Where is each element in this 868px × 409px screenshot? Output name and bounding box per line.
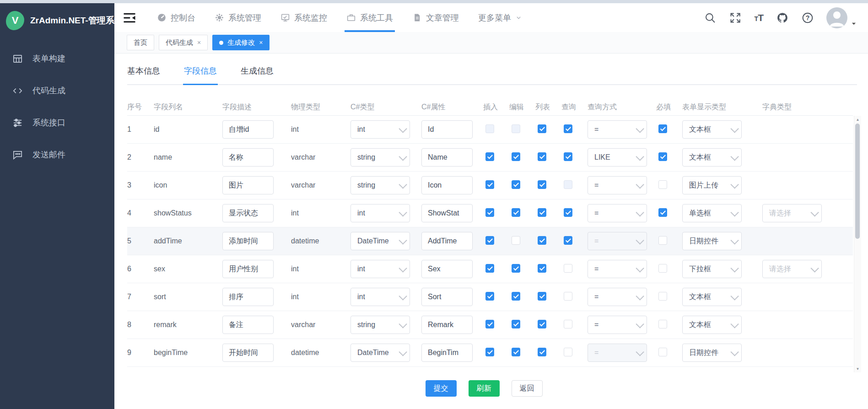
csharp-type-select[interactable]: string xyxy=(350,176,410,194)
required-checkbox[interactable] xyxy=(658,208,667,217)
collapse-menu-icon[interactable] xyxy=(123,11,136,25)
field-description-input[interactable]: 图片 xyxy=(222,176,274,194)
csharp-type-select[interactable]: string xyxy=(350,316,410,334)
csharp-type-select[interactable]: DateTime xyxy=(350,344,410,362)
search-icon[interactable] xyxy=(704,12,716,24)
csharp-type-select[interactable]: int xyxy=(350,204,410,222)
csharp-property-input[interactable]: Id xyxy=(421,120,473,139)
query-type-select[interactable]: = xyxy=(588,176,647,194)
app-logo[interactable]: V ZrAdmin.NET-管理系统 xyxy=(0,3,114,38)
display-type-select[interactable]: 文本框 xyxy=(682,120,742,139)
csharp-type-select[interactable]: string xyxy=(350,148,410,167)
field-description-input[interactable]: 名称 xyxy=(222,148,274,167)
csharp-property-input[interactable]: BeginTim xyxy=(421,344,473,362)
close-tag-icon[interactable]: × xyxy=(197,39,201,46)
edit-checkbox[interactable] xyxy=(512,264,520,273)
list-checkbox[interactable] xyxy=(538,264,546,273)
query-checkbox[interactable] xyxy=(564,292,572,301)
scrollbar-thumb[interactable] xyxy=(855,124,860,239)
display-type-select[interactable]: 文本框 xyxy=(682,148,742,167)
required-checkbox[interactable] xyxy=(658,180,667,189)
list-checkbox[interactable] xyxy=(538,320,546,328)
insert-checkbox[interactable] xyxy=(485,236,494,245)
query-type-select[interactable]: LIKE xyxy=(588,148,647,167)
sidebar-item-发送邮件[interactable]: 发送邮件 xyxy=(0,139,114,171)
nav-item-系统监控[interactable]: 系统监控 xyxy=(280,3,327,32)
required-checkbox[interactable] xyxy=(658,264,667,273)
required-checkbox[interactable] xyxy=(658,320,667,328)
field-description-input[interactable]: 开始时间 xyxy=(222,344,274,362)
avatar[interactable] xyxy=(826,7,847,28)
list-checkbox[interactable] xyxy=(538,348,546,356)
tag-chip-生成修改[interactable]: 生成修改× xyxy=(212,35,270,50)
edit-checkbox[interactable] xyxy=(512,180,520,189)
insert-checkbox[interactable] xyxy=(485,292,494,301)
query-type-select[interactable]: = xyxy=(588,204,647,222)
edit-checkbox[interactable] xyxy=(512,292,520,301)
required-checkbox[interactable] xyxy=(658,236,667,245)
scroll-down-icon[interactable]: ▼ xyxy=(854,365,861,372)
required-checkbox[interactable] xyxy=(658,152,667,161)
query-checkbox[interactable] xyxy=(564,208,572,217)
nav-item-系统工具[interactable]: 系统工具 xyxy=(346,3,393,32)
github-icon[interactable] xyxy=(776,12,788,24)
insert-checkbox[interactable] xyxy=(485,264,494,273)
query-checkbox[interactable] xyxy=(564,320,572,328)
dict-type-select[interactable]: 请选择 xyxy=(762,260,822,278)
font-size-icon[interactable]: TT xyxy=(755,13,763,22)
csharp-property-input[interactable]: Sex xyxy=(421,260,473,278)
返回-button[interactable]: 返回 xyxy=(512,380,543,397)
csharp-type-select[interactable]: int xyxy=(350,288,410,306)
nav-item-控制台[interactable]: 控制台 xyxy=(157,3,195,32)
list-checkbox[interactable] xyxy=(538,124,546,133)
query-type-select[interactable]: = xyxy=(588,316,647,334)
sidebar-item-表单构建[interactable]: 表单构建 xyxy=(0,43,114,75)
insert-checkbox[interactable] xyxy=(485,152,494,161)
csharp-type-select[interactable]: int xyxy=(350,120,410,139)
list-checkbox[interactable] xyxy=(538,292,546,301)
required-checkbox[interactable] xyxy=(658,348,667,356)
field-description-input[interactable]: 用户性别 xyxy=(222,260,274,278)
scroll-up-icon[interactable]: ▲ xyxy=(854,116,861,123)
list-checkbox[interactable] xyxy=(538,208,546,217)
user-caret-down-icon[interactable] xyxy=(851,21,857,27)
edit-checkbox[interactable] xyxy=(512,320,520,328)
edit-checkbox[interactable] xyxy=(512,208,520,217)
query-checkbox[interactable] xyxy=(564,124,572,133)
csharp-type-select[interactable]: int xyxy=(350,260,410,278)
display-type-select[interactable]: 日期控件 xyxy=(682,344,742,362)
display-type-select[interactable]: 单选框 xyxy=(682,204,742,222)
display-type-select[interactable]: 下拉框 xyxy=(682,260,742,278)
list-checkbox[interactable] xyxy=(538,180,546,189)
tag-chip-代码生成[interactable]: 代码生成× xyxy=(159,35,208,50)
insert-checkbox[interactable] xyxy=(485,320,494,328)
dict-type-select[interactable]: 请选择 xyxy=(762,204,822,222)
display-type-select[interactable]: 文本框 xyxy=(682,288,742,306)
query-checkbox[interactable] xyxy=(564,348,572,356)
nav-item-文章管理[interactable]: 文章管理 xyxy=(412,3,459,32)
提交-button[interactable]: 提交 xyxy=(426,380,457,397)
list-checkbox[interactable] xyxy=(538,152,546,161)
insert-checkbox[interactable] xyxy=(485,180,494,189)
table-scrollbar[interactable]: ▲ ▼ xyxy=(854,116,861,372)
edit-checkbox[interactable] xyxy=(512,152,520,161)
field-description-input[interactable]: 排序 xyxy=(222,288,274,306)
sidebar-item-代码生成[interactable]: 代码生成 xyxy=(0,75,114,107)
csharp-property-input[interactable]: Name xyxy=(421,148,473,167)
query-checkbox[interactable] xyxy=(564,152,572,161)
csharp-property-input[interactable]: Remark xyxy=(421,316,473,334)
display-type-select[interactable]: 图片上传 xyxy=(682,176,742,194)
csharp-type-select[interactable]: DateTime xyxy=(350,232,410,250)
query-type-select[interactable]: = xyxy=(588,260,647,278)
query-checkbox[interactable] xyxy=(564,264,572,273)
help-icon[interactable]: ? xyxy=(802,12,814,24)
field-description-input[interactable]: 添加时间 xyxy=(222,232,274,250)
field-description-input[interactable]: 显示状态 xyxy=(222,204,274,222)
required-checkbox[interactable] xyxy=(658,124,667,133)
nav-item-系统管理[interactable]: 系统管理 xyxy=(215,3,261,32)
field-description-input[interactable]: 备注 xyxy=(222,316,274,334)
tag-chip-首页[interactable]: 首页 xyxy=(127,35,154,50)
query-checkbox[interactable] xyxy=(564,236,572,245)
fullscreen-icon[interactable] xyxy=(729,12,741,24)
tab-生成信息[interactable]: 生成信息 xyxy=(241,65,274,84)
